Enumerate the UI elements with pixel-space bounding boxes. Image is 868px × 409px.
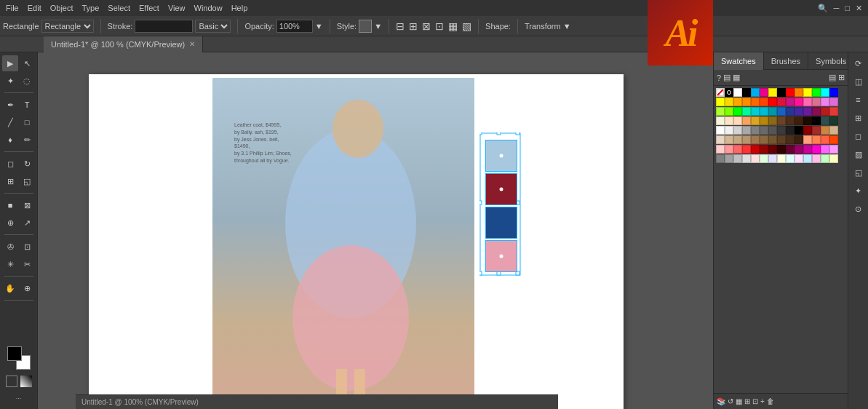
graphic-styles-panel-btn[interactable]: ⊙ (851, 201, 867, 217)
sw-p6[interactable] (829, 98, 838, 106)
sw-r4[interactable] (821, 107, 829, 116)
sw-v1[interactable] (795, 107, 803, 116)
opacity-arrow-icon[interactable]: ▼ (315, 22, 323, 31)
eyedropper-tool[interactable]: ✇ (2, 239, 18, 255)
sw-lp1[interactable] (716, 145, 725, 154)
scale-tool[interactable]: ⊞ (2, 173, 18, 189)
swatch-library-icon[interactable]: 📚 (717, 397, 725, 405)
swatch-list-view-icon[interactable]: ▤ (723, 73, 730, 82)
sw-gr1[interactable] (725, 126, 733, 135)
foreground-color-box[interactable] (7, 346, 22, 361)
gradient-tool[interactable]: ■ (2, 197, 18, 213)
swatch-y100[interactable] (768, 88, 777, 97)
sw-g3[interactable] (733, 107, 742, 116)
paintbrush-tool[interactable]: ♦ (2, 132, 18, 148)
sw-s7[interactable] (768, 135, 777, 144)
search-icon[interactable]: 🔍 (818, 4, 828, 13)
menu-view[interactable]: View (168, 4, 186, 12)
sw-m3[interactable] (733, 154, 742, 163)
sw-o1[interactable] (733, 98, 742, 106)
zoom-tool[interactable]: ⊕ (19, 280, 35, 296)
sw-gr6[interactable] (768, 126, 777, 135)
eraser-tool[interactable]: ◻ (2, 156, 18, 172)
sw-o3[interactable] (751, 98, 760, 106)
align-left-icon[interactable]: ⊟ (396, 20, 405, 32)
sw-s9[interactable] (786, 135, 795, 144)
menu-window[interactable]: Window (194, 4, 223, 12)
transform-panel-btn[interactable]: ⟳ (851, 55, 867, 71)
menu-help[interactable]: Help (231, 4, 248, 12)
align-top-icon[interactable]: ⊡ (435, 20, 444, 32)
sw-m11[interactable] (803, 154, 812, 163)
swatch-help-icon[interactable]: ? (717, 74, 721, 82)
warp-tool[interactable]: ◱ (19, 173, 35, 189)
sw-s10[interactable] (795, 135, 803, 144)
sw-lp8[interactable] (777, 145, 786, 154)
shape-builder-tool[interactable]: ⊕ (2, 215, 18, 231)
sw-gr7[interactable] (777, 126, 786, 135)
close-button[interactable]: ✕ (856, 4, 862, 13)
align-right-icon[interactable]: ⊠ (422, 20, 431, 32)
menu-file[interactable]: File (6, 4, 19, 12)
align-center-v-icon[interactable]: ▦ (448, 20, 458, 32)
menu-object[interactable]: Object (50, 4, 73, 12)
sw-m12[interactable] (812, 154, 821, 163)
stroke-style-dropdown[interactable]: Basic (195, 20, 231, 33)
fg-bg-color-selector[interactable] (7, 346, 31, 370)
sw-dr2[interactable] (812, 126, 821, 135)
document-tab[interactable]: Untitled-1* @ 100 % (CMYK/Preview) ✕ (44, 36, 203, 52)
appearance-panel-btn[interactable]: ✦ (851, 183, 867, 199)
sw-c2[interactable] (760, 107, 768, 116)
sw-lp9[interactable] (786, 145, 795, 154)
sw-t4[interactable] (742, 116, 751, 125)
sw-w1[interactable] (716, 126, 725, 135)
sw-p1[interactable] (786, 98, 795, 106)
sw-t2[interactable] (725, 116, 733, 125)
lasso-tool[interactable]: ◌ (19, 73, 35, 89)
swatch-k100[interactable] (777, 88, 786, 97)
sw-t6[interactable] (760, 116, 768, 125)
sw-m9[interactable] (786, 154, 795, 163)
sw-t9[interactable] (786, 116, 795, 125)
sw-lp2[interactable] (725, 145, 733, 154)
sw-s4[interactable] (742, 135, 751, 144)
maximize-button[interactable]: □ (845, 4, 850, 13)
pen-tool[interactable]: ✒ (2, 97, 18, 113)
sw-v3[interactable] (812, 107, 821, 116)
direct-selection-tool[interactable]: ↖ (19, 55, 35, 71)
sw-gr4[interactable] (751, 126, 760, 135)
sw-r2[interactable] (768, 98, 777, 106)
stroke-input[interactable] (135, 20, 193, 33)
style-preview[interactable] (359, 20, 372, 33)
gradient-color[interactable] (20, 376, 32, 387)
sw-gr5[interactable] (760, 126, 768, 135)
layers-panel-btn[interactable]: ◫ (851, 74, 867, 90)
sw-c3[interactable] (768, 107, 777, 116)
sw-m8[interactable] (777, 154, 786, 163)
sw-y2[interactable] (725, 98, 733, 106)
brushes-tab[interactable]: Brushes (764, 52, 808, 70)
sw-bk2[interactable] (795, 126, 803, 135)
gradient-panel-btn[interactable]: ▨ (851, 146, 867, 162)
sw-m10[interactable] (795, 154, 803, 163)
swatch-new-group-icon[interactable]: ⊡ (752, 397, 758, 405)
hand-tool[interactable]: ✋ (2, 280, 18, 296)
sw-sa4[interactable] (829, 135, 838, 144)
sw-r1[interactable] (760, 98, 768, 106)
magic-wand-tool[interactable]: ✦ (2, 73, 18, 89)
sw-m13[interactable] (821, 154, 829, 163)
sw-m2[interactable] (725, 154, 733, 163)
pathfinder-panel-btn[interactable]: ⊞ (851, 110, 867, 126)
sw-sa2[interactable] (812, 135, 821, 144)
sw-r3[interactable] (777, 98, 786, 106)
menu-select[interactable]: Select (108, 4, 130, 12)
sw-s8[interactable] (777, 135, 786, 144)
sw-sa3[interactable] (821, 135, 829, 144)
sw-t7[interactable] (768, 116, 777, 125)
sw-g4[interactable] (742, 107, 751, 116)
transparency-panel-btn[interactable]: ◱ (851, 164, 867, 180)
swatch-new-icon[interactable]: + (760, 397, 765, 405)
symbol-tool[interactable]: ✳ (2, 256, 18, 272)
swatch-white[interactable] (733, 88, 742, 97)
sw-m4[interactable] (742, 154, 751, 163)
